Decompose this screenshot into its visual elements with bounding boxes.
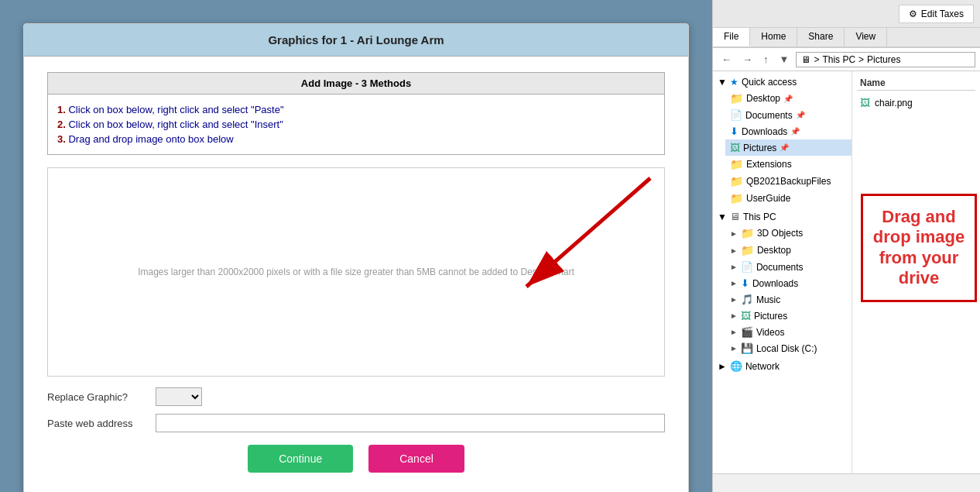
quick-access-header[interactable]: ▼ ★ Quick access xyxy=(713,74,852,90)
video-icon: 🎬 xyxy=(741,326,753,338)
tree-item-label: Music xyxy=(756,294,780,305)
replace-select[interactable] xyxy=(156,387,202,406)
forward-button[interactable]: → xyxy=(738,51,756,67)
this-pc-header[interactable]: ▼ 🖥 This PC xyxy=(713,208,852,225)
tab-home[interactable]: Home xyxy=(750,28,797,46)
paste-row: Paste web address xyxy=(47,414,665,432)
tab-share[interactable]: Share xyxy=(797,28,845,46)
tree-item-desktop[interactable]: 📁 Desktop 📌 xyxy=(725,90,852,107)
tree-item-label: 3D Objects xyxy=(757,228,803,239)
tab-file[interactable]: File xyxy=(713,28,750,46)
tree-item-pictures2[interactable]: ► 🖼 Pictures xyxy=(725,308,852,324)
path-separator2: > xyxy=(858,54,864,65)
fe-nav: ← → ↑ ▼ 🖥 > This PC > Pictures xyxy=(713,48,980,71)
this-pc-children: ► 📁 3D Objects ► 📁 Desktop ► 📄 Documents xyxy=(713,225,852,356)
tree-item-localdisk[interactable]: ► 💾 Local Disk (C:) xyxy=(725,340,852,356)
add-image-box: Add Image - 3 Methods 1. Click on box be… xyxy=(47,72,665,155)
doc-icon: 📄 xyxy=(741,261,753,273)
tree-item-qb2021[interactable]: 📁 QB2021BackupFiles xyxy=(725,173,852,190)
expand-icon: ► xyxy=(730,311,738,320)
tree-item-documents2[interactable]: ► 📄 Documents xyxy=(725,259,852,275)
method-1-num: 1. xyxy=(57,104,66,115)
tree-item-label: Extensions xyxy=(746,159,792,170)
folder-icon: 📁 xyxy=(730,158,743,170)
expand-icon: ► xyxy=(730,344,738,353)
button-row: Continue Cancel xyxy=(47,445,665,480)
fe-ribbon: File Home Share View xyxy=(713,28,980,48)
tree-item-documents[interactable]: 📄 Documents 📌 xyxy=(725,107,852,123)
quick-access-icon: ★ xyxy=(730,77,738,88)
file-name: chair.png xyxy=(875,98,913,108)
nav-options-button[interactable]: ▼ xyxy=(776,51,793,67)
tree-item-label: Pictures xyxy=(754,311,787,322)
tree-item-music[interactable]: ► 🎵 Music xyxy=(725,291,852,308)
tree-item-label: Desktop xyxy=(746,93,780,104)
tree-item-userguide[interactable]: 📁 UserGuide xyxy=(725,190,852,207)
path-this-pc: This PC xyxy=(822,54,855,65)
tree-item-videos[interactable]: ► 🎬 Videos xyxy=(725,324,852,340)
tree-item-label: QB2021BackupFiles xyxy=(746,176,831,187)
tree-item-3dobjects[interactable]: ► 📁 3D Objects xyxy=(725,225,852,242)
chevron-down-icon: ▼ xyxy=(718,212,727,222)
tree-item-downloads2[interactable]: ► ⬇ Downloads xyxy=(725,275,852,291)
tree-item-label: Pictures xyxy=(743,143,776,153)
method-3: 3. Drag and drop image onto box below xyxy=(57,133,655,145)
expand-icon: ► xyxy=(730,263,738,271)
this-pc-icon: 🖥 xyxy=(730,211,740,222)
drive-icon: 💾 xyxy=(741,342,753,354)
back-button[interactable]: ← xyxy=(718,51,735,67)
pictures-icon: 🖼 xyxy=(741,310,751,322)
up-button[interactable]: ↑ xyxy=(759,51,773,67)
modal: Graphics for 1 - Ari Lounge Arm Add Imag… xyxy=(23,23,689,492)
modal-overlay: Graphics for 1 - Ari Lounge Arm Add Imag… xyxy=(0,0,712,492)
tree-item-label: Local Disk (C:) xyxy=(756,343,817,354)
fe-ribbon-tabs: File Home Share View xyxy=(713,28,980,47)
tree-item-downloads[interactable]: ⬇ Downloads 📌 xyxy=(725,123,852,139)
fe-path[interactable]: 🖥 > This PC > Pictures xyxy=(796,52,975,67)
expand-icon: ► xyxy=(730,246,738,255)
tree-item-desktop2[interactable]: ► 📁 Desktop xyxy=(725,242,852,259)
file-icon: 🖼 xyxy=(860,97,870,108)
fe-tree: ▼ ★ Quick access 📁 Desktop 📌 📄 Documents… xyxy=(713,71,852,473)
tab-view[interactable]: View xyxy=(845,28,887,46)
expand-icon: ► xyxy=(730,229,738,238)
method-1-text: Click on box below, right click and sele… xyxy=(68,104,283,115)
cancel-button[interactable]: Cancel xyxy=(368,445,464,473)
downloads-icon: ⬇ xyxy=(741,277,749,289)
method-2-text: Click on box below, right click and sele… xyxy=(68,119,283,130)
method-2-num: 2. xyxy=(57,119,66,130)
method-3-text: Drag and drop image onto box below xyxy=(68,133,233,145)
drop-zone[interactable]: Images larger than 2000x2000 pixels or w… xyxy=(47,167,665,377)
expand-icon: ► xyxy=(730,328,738,336)
tree-item-label: Videos xyxy=(756,327,784,338)
pin-icon: 📌 xyxy=(783,95,793,103)
edit-taxes-button[interactable]: ⚙ Edit Taxes xyxy=(899,5,974,23)
this-pc-section: ▼ 🖥 This PC ► 📁 3D Objects ► 📁 Desktop xyxy=(713,208,852,356)
add-image-title: Add Image - 3 Methods xyxy=(48,73,664,95)
tree-item-pictures[interactable]: 🖼 Pictures 📌 xyxy=(725,139,852,156)
quick-access-children: 📁 Desktop 📌 📄 Documents 📌 ⬇ Downloads 📌 xyxy=(713,90,852,207)
network-icon: 🌐 xyxy=(730,360,742,372)
pin-icon: 📌 xyxy=(780,143,789,152)
network-header[interactable]: ► 🌐 Network xyxy=(713,358,852,374)
continue-button[interactable]: Continue xyxy=(248,445,353,473)
doc-icon: 📄 xyxy=(730,109,742,121)
edit-taxes-icon: ⚙ xyxy=(909,9,917,19)
modal-title: Graphics for 1 - Ari Lounge Arm xyxy=(24,24,688,57)
paste-input[interactable] xyxy=(156,414,665,432)
folder-icon: 📁 xyxy=(730,192,743,205)
fe-topbar: ⚙ Edit Taxes xyxy=(713,0,980,28)
folder-icon: 📁 xyxy=(741,244,754,256)
method-3-num: 3. xyxy=(57,133,66,145)
tree-item-label: Documents xyxy=(745,110,793,121)
pictures-icon: 🖼 xyxy=(730,142,740,153)
add-image-methods: 1. Click on box below, right click and s… xyxy=(48,95,664,154)
network-label: Network xyxy=(745,361,780,372)
tree-item-extensions[interactable]: 📁 Extensions xyxy=(725,156,852,173)
pin-icon: 📌 xyxy=(796,111,805,119)
edit-taxes-label: Edit Taxes xyxy=(921,9,964,19)
folder-icon: 📁 xyxy=(730,92,743,105)
expand-icon: ► xyxy=(730,279,738,287)
file-item-chair[interactable]: 🖼 chair.png xyxy=(857,94,975,112)
folder-icon: 📁 xyxy=(741,227,754,239)
